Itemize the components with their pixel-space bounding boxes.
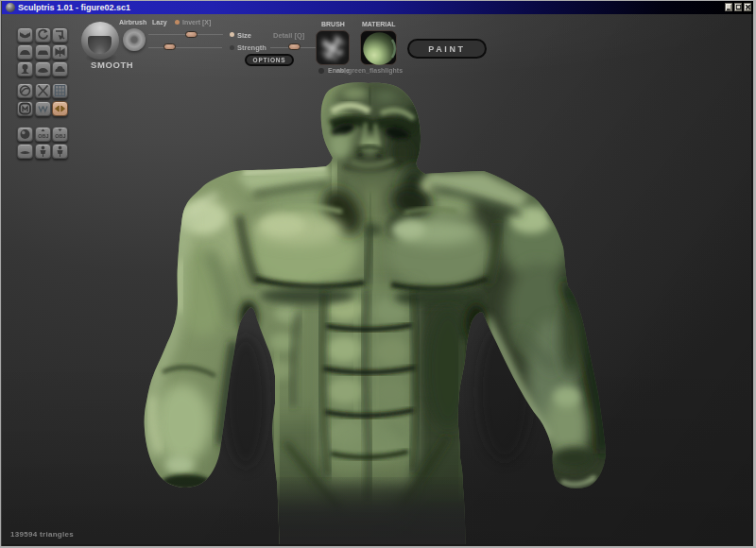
- svg-text:OBJ: OBJ: [55, 133, 65, 139]
- svg-text:OBJ: OBJ: [38, 133, 48, 139]
